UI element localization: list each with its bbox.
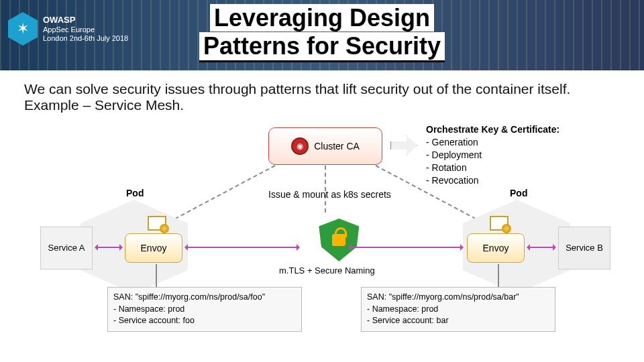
lock-icon (332, 234, 345, 246)
ca-pin-icon: ◉ (291, 137, 309, 155)
shield-icon (319, 219, 359, 261)
mtls-label: m.TLS + Secure Naming (279, 265, 375, 276)
arrow-right-icon (390, 135, 417, 156)
san-line: - Namespace: prod (113, 304, 296, 316)
envoy-box: Envoy (467, 233, 525, 263)
double-arrow-icon (185, 247, 299, 248)
orchestrate-item: - Revocation (426, 174, 559, 187)
san-line: - Namespace: prod (367, 304, 549, 316)
double-arrow-icon (95, 247, 122, 248)
service-a-box: Service A (40, 227, 93, 269)
orchestrate-item: - Generation (426, 136, 559, 149)
san-line: SAN: "spiffe://myorg.com/ns/prod/sa/foo" (113, 292, 296, 304)
issue-mount-label: Issue & mount as k8s secrets (268, 189, 391, 200)
double-arrow-icon (527, 247, 555, 248)
connector-line (498, 264, 499, 287)
double-arrow-icon (349, 247, 463, 248)
slide-header: ✶ OWASP AppSec Europe London 2nd-6th Jul… (0, 0, 644, 70)
orchestrate-header: Orchestrate Key & Certificate: (426, 123, 559, 136)
san-box-b: SAN: "spiffe://myorg.com/ns/prod/sa/bar"… (361, 287, 555, 332)
san-line: SAN: "spiffe://myorg.com/ns/prod/sa/bar" (367, 292, 549, 304)
slide-title: Leveraging Design Patterns for Security (0, 4, 644, 62)
pod-label: Pod (126, 188, 144, 198)
cluster-ca-label: Cluster CA (314, 141, 360, 152)
certificate-icon (148, 216, 166, 231)
title-line2: Patterns for Security (199, 32, 445, 62)
orchestrate-list: Orchestrate Key & Certificate: - Generat… (426, 123, 559, 186)
service-b-box: Service B (558, 227, 610, 269)
cluster-ca-box: ◉ Cluster CA (268, 127, 382, 165)
orchestrate-item: - Deployment (426, 149, 559, 162)
certificate-icon (490, 216, 508, 231)
service-mesh-diagram: ◉ Cluster CA Orchestrate Key & Certifica… (40, 127, 617, 355)
orchestrate-item: - Rotation (426, 162, 559, 174)
san-line: - Service account: foo (113, 315, 296, 327)
title-line1: Leveraging Design (210, 4, 434, 32)
san-box-a: SAN: "spiffe://myorg.com/ns/prod/sa/foo"… (107, 287, 302, 332)
body-paragraph: We can solve security issues through pat… (0, 70, 644, 119)
connector-line (156, 264, 157, 287)
pod-label: Pod (510, 188, 527, 198)
san-line: - Service account: bar (367, 315, 549, 327)
envoy-box: Envoy (125, 233, 182, 263)
